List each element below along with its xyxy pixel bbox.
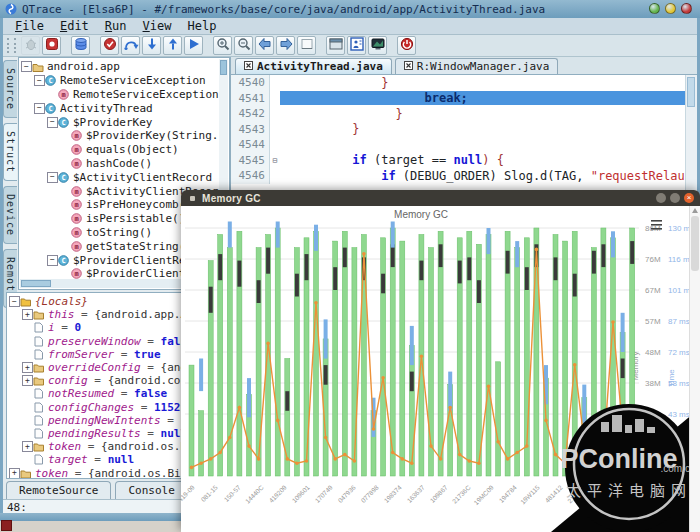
alloc-segment — [410, 326, 414, 365]
console-window-button[interactable] — [326, 36, 345, 55]
bottom-tab-console[interactable]: Console — [115, 481, 187, 499]
step-into-button[interactable] — [142, 36, 161, 55]
menu-item-edit[interactable]: Edit — [52, 18, 97, 35]
hamburger-icon[interactable] — [651, 220, 662, 230]
pause-time-point — [381, 376, 385, 380]
collapse-toggle[interactable]: − — [34, 75, 45, 86]
code-line[interactable]: 4546 if (DEBUG_ORDER) Slog.d(TAG, "reque… — [231, 168, 697, 184]
method-icon: m — [71, 213, 83, 224]
step-out-button[interactable] — [163, 36, 182, 55]
step-over-button[interactable] — [121, 36, 140, 55]
minimize-button[interactable] — [649, 3, 660, 14]
run-button[interactable] — [184, 36, 203, 55]
zoom-in-button[interactable] — [213, 36, 232, 55]
tree-node[interactable]: −C$ProviderKey — [21, 115, 229, 129]
scrollbar-thumb[interactable] — [691, 216, 699, 271]
resume-check-button[interactable] — [100, 36, 119, 55]
gc-segment — [324, 365, 328, 385]
toolbar-grip[interactable] — [7, 38, 16, 53]
equals-sign: = — [141, 361, 161, 374]
expand-toggle[interactable]: + — [22, 309, 33, 320]
variable-name: pendingResults — [48, 427, 141, 440]
collapse-toggle[interactable]: − — [47, 255, 58, 266]
line-number: 4545 — [231, 153, 270, 169]
alloc-segment — [515, 241, 519, 267]
zoom-out-button[interactable] — [234, 36, 253, 55]
close-button[interactable] — [681, 3, 692, 14]
side-tab-source[interactable]: Source — [3, 60, 17, 118]
method-icon: m — [71, 158, 83, 169]
expand-toggle[interactable]: + — [22, 375, 33, 386]
tree-node[interactable]: mRemoteServiceException( — [21, 88, 229, 102]
expand-toggle[interactable]: + — [22, 441, 33, 452]
tree-node[interactable]: mhashCode() — [21, 157, 229, 171]
gc-vertical-scrollbar[interactable] — [689, 206, 700, 532]
gc-minimize-button[interactable] — [656, 193, 666, 203]
restore-button[interactable] — [665, 3, 676, 14]
editor-tab-activitythread-java[interactable]: ActivityThread.java — [235, 58, 392, 74]
resize-corner[interactable] — [1, 520, 12, 531]
power-button[interactable] — [397, 36, 416, 55]
tree-node-label: $ProviderKey — [73, 116, 152, 129]
gc-segment — [410, 372, 414, 392]
database-button[interactable] — [71, 36, 90, 55]
menu-item-run[interactable]: Run — [97, 18, 135, 35]
collapse-toggle[interactable]: − — [34, 103, 45, 114]
code-line[interactable]: 4545⊟ if (target == null) { — [231, 153, 697, 169]
title-bar[interactable]: QTrace - [Elsa6P] - #/frameworks/base/co… — [0, 0, 700, 18]
collapse-toggle[interactable]: − — [47, 117, 58, 128]
checkbox-button[interactable] — [297, 36, 316, 55]
forward-arrow-button[interactable] — [276, 36, 295, 55]
tree-node[interactable]: −CActivityThread — [21, 101, 229, 115]
scrollbar-thumb[interactable] — [220, 60, 227, 75]
gc-title-bar[interactable]: Memory GC × — [181, 190, 700, 206]
expand-toggle[interactable]: + — [9, 468, 20, 479]
back-arrow-button[interactable] — [255, 36, 274, 55]
close-tab-icon[interactable] — [404, 60, 413, 73]
step-over-icon — [123, 36, 139, 55]
svg-text:C: C — [48, 105, 52, 113]
tree-node[interactable]: −C$ActivityClientRecord — [21, 170, 229, 184]
close-tab-icon[interactable] — [244, 60, 253, 73]
tree-node[interactable]: −android.app — [21, 60, 229, 74]
scroll-up-arrow-icon[interactable] — [692, 208, 698, 213]
code-line[interactable]: 4543 } — [231, 122, 697, 138]
side-tab-struct[interactable]: Struct — [3, 123, 17, 181]
collapse-toggle[interactable]: − — [47, 172, 58, 183]
menu-bar: FileEditRunViewHelp — [3, 18, 697, 35]
screen-button[interactable] — [368, 36, 387, 55]
collapse-toggle[interactable]: − — [9, 296, 20, 307]
gc-maximize-button[interactable] — [670, 193, 680, 203]
heap-bar — [275, 228, 280, 476]
gc-segment — [554, 257, 558, 280]
toolbar-group — [100, 36, 205, 55]
tree-node[interactable]: mequals(Object) — [21, 143, 229, 157]
editor-tab-r-windowmanager-java[interactable]: R:WindowManager.java — [395, 58, 558, 74]
editor-tab-label: ActivityThread.java — [257, 60, 383, 73]
stop-button[interactable] — [42, 36, 61, 55]
gc-segment — [285, 391, 289, 411]
alloc-segment — [391, 222, 395, 248]
code-line[interactable]: 4542 } — [231, 106, 697, 122]
expand-toggle[interactable]: + — [22, 362, 33, 373]
tree-node[interactable]: m$ProviderKey(String. — [21, 129, 229, 143]
menu-item-file[interactable]: File — [7, 18, 52, 35]
code-line[interactable]: 4541 break; — [231, 91, 697, 107]
scrollbar-thumb[interactable] — [687, 77, 695, 107]
menu-item-help[interactable]: Help — [179, 18, 224, 35]
fold-toggle-icon[interactable]: ⊟ — [270, 156, 280, 165]
collapse-toggle[interactable]: − — [21, 61, 32, 72]
gc-close-button[interactable]: × — [684, 193, 694, 203]
gc-segment — [601, 244, 605, 267]
line-number: 4541 — [231, 91, 270, 107]
code-line[interactable]: 4544 — [231, 137, 697, 153]
tree-node-label: toString() — [86, 226, 152, 239]
bottom-tab-remotesource[interactable]: RemoteSource — [6, 481, 111, 499]
code-line[interactable]: 4540 } — [231, 75, 697, 91]
tree-node[interactable]: −CRemoteServiceException — [21, 74, 229, 88]
chart-window-button[interactable] — [347, 36, 366, 55]
bug-button[interactable] — [21, 36, 40, 55]
scrollbar-thumb[interactable] — [21, 280, 51, 287]
menu-item-view[interactable]: View — [135, 18, 180, 35]
side-tab-device[interactable]: Device — [3, 186, 17, 244]
